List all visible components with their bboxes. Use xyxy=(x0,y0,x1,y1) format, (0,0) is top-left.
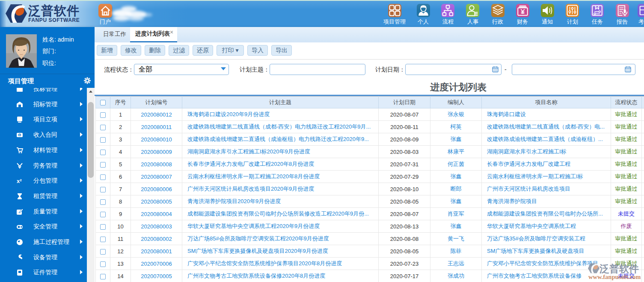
svg-text:0: 0 xyxy=(19,134,21,137)
svg-text:x²: x² xyxy=(17,178,22,184)
